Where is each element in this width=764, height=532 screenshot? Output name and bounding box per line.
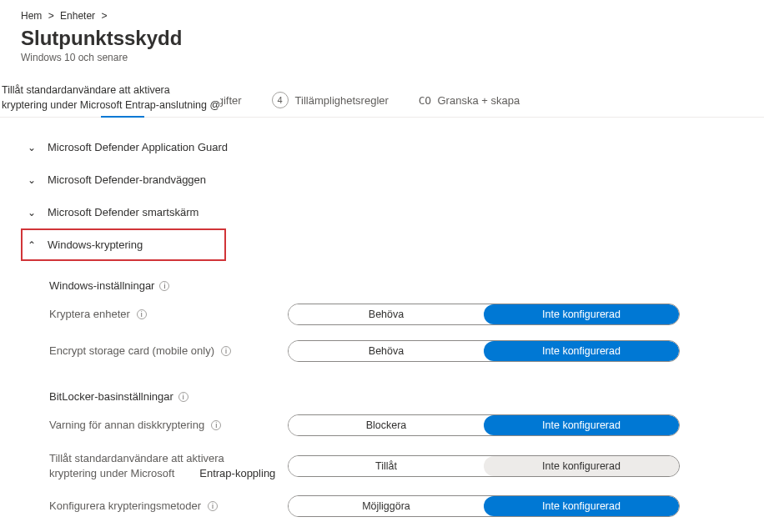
- page-subtitle: Windows 10 och senare: [21, 52, 743, 63]
- windows-encryption-body: Windows-inställningar i Kryptera enheter…: [21, 261, 743, 532]
- breadcrumb-devices[interactable]: Enheter: [60, 10, 95, 22]
- step-4-circle: 4: [272, 92, 289, 108]
- toggle-option-not-configured[interactable]: Inte konfigurerad: [484, 496, 679, 516]
- info-icon[interactable]: i: [221, 346, 231, 356]
- chevron-up-icon: ⌃: [28, 239, 38, 251]
- overlay-note: Tillåt standardanvändare att aktivera kr…: [2, 83, 220, 113]
- label-allow-standard-users: Tillåt standardanvändare att aktivera kr…: [49, 451, 288, 480]
- step-review-create[interactable]: CO Granska + skapa: [419, 94, 520, 115]
- toggle-option-enable[interactable]: Möjliggöra: [289, 496, 484, 516]
- toggle-option-require[interactable]: Behöva: [289, 304, 484, 324]
- label-configure-encryption-methods: Konfigurera krypteringsmetoder i: [49, 499, 288, 514]
- chevron-down-icon: ⌄: [28, 174, 38, 186]
- toggle-option-not-configured[interactable]: Inte konfigurerad: [484, 341, 679, 361]
- info-icon[interactable]: i: [137, 309, 147, 319]
- info-icon[interactable]: i: [211, 420, 221, 430]
- toggle-option-not-configured[interactable]: Inte konfigurerad: [484, 415, 679, 435]
- toggle-option-block[interactable]: Blockera: [289, 415, 484, 435]
- section-windows-encryption[interactable]: ⌃ Windows-kryptering: [21, 228, 226, 261]
- step-applicability-rules[interactable]: 4 Tillämplighetsregler: [272, 92, 389, 117]
- toggle-option-not-configured[interactable]: Inte konfigurerad: [484, 456, 679, 476]
- section-defender-firewall[interactable]: ⌄ Microsoft Defender-brandväggen: [21, 163, 743, 196]
- toggle-configure-encryption-methods[interactable]: Möjliggöra Inte konfigurerad: [288, 495, 680, 517]
- section-defender-smartscreen[interactable]: ⌄ Microsoft Defender smartskärm: [21, 196, 743, 228]
- chevron-down-icon: ⌄: [28, 142, 38, 153]
- breadcrumb: Hem > Enheter >: [21, 10, 743, 22]
- breadcrumb-home[interactable]: Hem: [21, 10, 42, 22]
- toggle-allow-standard-users[interactable]: Tillåt Inte konfigurerad: [288, 455, 680, 477]
- toggle-option-require[interactable]: Behöva: [289, 341, 484, 361]
- toggle-encrypt-devices[interactable]: Behöva Inte konfigurerad: [288, 304, 680, 325]
- section-defender-app-guard[interactable]: ⌄ Microsoft Defender Application Guard: [21, 131, 743, 163]
- info-icon[interactable]: i: [178, 392, 188, 402]
- bitlocker-base-heading: BitLocker-basinställningar i: [49, 390, 743, 403]
- label-warn-other-encryption: Varning för annan diskkryptering i: [49, 418, 288, 433]
- step-5-circle: CO: [419, 94, 431, 107]
- windows-settings-heading: Windows-inställningar i: [49, 279, 743, 292]
- toggle-encrypt-storage-card[interactable]: Behöva Inte konfigurerad: [288, 340, 680, 362]
- label-encrypt-devices: Kryptera enheter i: [49, 307, 288, 322]
- toggle-warn-other-encryption[interactable]: Blockera Inte konfigurerad: [288, 414, 680, 436]
- label-encrypt-storage-card: Encrypt storage card (mobile only) i: [49, 344, 288, 359]
- info-icon[interactable]: i: [208, 501, 218, 511]
- info-icon[interactable]: i: [159, 281, 169, 291]
- chevron-down-icon: ⌄: [28, 207, 38, 218]
- page-title: Slutpunktsskydd: [21, 27, 743, 50]
- toggle-option-not-configured[interactable]: Inte konfigurerad: [484, 304, 679, 324]
- toggle-option-allow[interactable]: Tillåt: [289, 456, 484, 476]
